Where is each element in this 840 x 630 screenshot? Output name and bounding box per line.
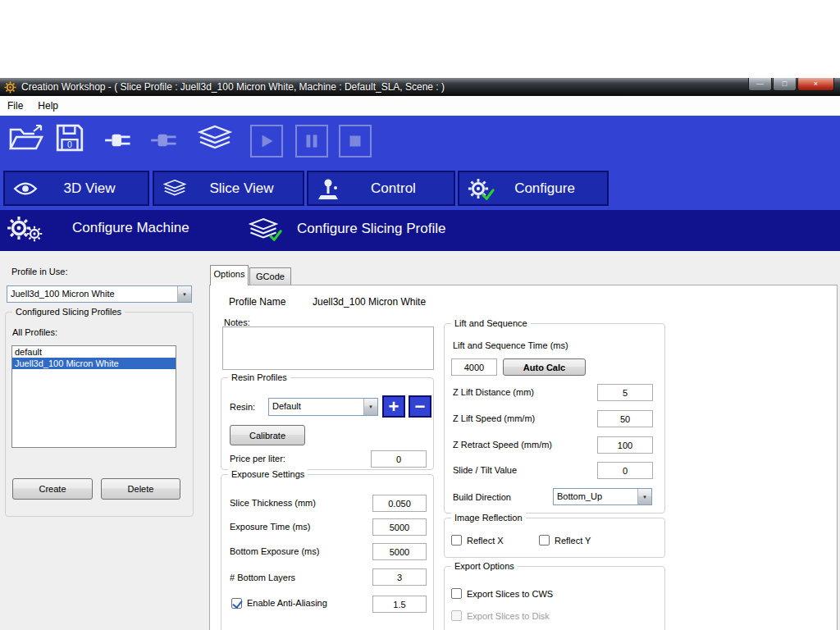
menu-help[interactable]: Help (30, 98, 66, 114)
create-button[interactable]: Create (12, 478, 93, 500)
stop-button[interactable] (339, 125, 372, 158)
z-retract-speed-input[interactable] (597, 436, 653, 454)
resin-dropdown[interactable]: Default ▼ (268, 398, 378, 416)
subtab-label: Configure Slicing Profile (297, 221, 445, 237)
export-cws-checkbox[interactable] (451, 588, 462, 599)
z-lift-distance-input[interactable] (597, 384, 653, 401)
group-title: Export Options (451, 560, 518, 572)
exposure-settings-group: Exposure Settings Slice Thickness (mm) E… (221, 474, 434, 630)
tab-3d-view[interactable]: 3D View (3, 171, 149, 206)
tab-label: Configure (489, 180, 607, 197)
subtab-configure-machine[interactable]: Configure Machine (7, 214, 189, 242)
list-item[interactable]: default (12, 346, 176, 358)
reflect-x-checkbox[interactable] (451, 535, 462, 546)
disconnect-button[interactable] (149, 130, 184, 151)
layers-icon (162, 178, 187, 199)
slide-tilt-input[interactable] (597, 462, 653, 479)
antialias-checkbox[interactable] (231, 598, 242, 609)
open-model-button[interactable] (8, 122, 44, 153)
pause-button[interactable] (295, 125, 328, 158)
lift-time-input[interactable] (451, 358, 497, 376)
profile-in-use-dropdown[interactable]: Juell3d_100 Micron White ▼ (7, 285, 192, 303)
build-direction-label: Build Direction (453, 492, 511, 502)
plug-connect-icon (103, 130, 138, 151)
slide-tilt-label: Slide / Tilt Value (453, 465, 517, 475)
reflect-y-checkbox[interactable] (539, 535, 550, 546)
image-reflection-group: Image Reflection Reflect X Reflect Y (444, 518, 665, 558)
main-nav: 3D View Slice View Control Configure (0, 167, 840, 210)
minimize-button[interactable]: — (748, 78, 772, 91)
tab-slice-view[interactable]: Slice View (153, 171, 304, 206)
configure-subnav: Configure Machine Configure Slicing Prof… (0, 210, 840, 251)
add-resin-button[interactable]: + (382, 395, 405, 418)
lift-sequence-group: Lift and Sequence Lift and Sequence Time… (444, 323, 665, 514)
slice-thickness-input[interactable] (372, 495, 427, 512)
content-area: Profile in Use: Juell3d_100 Micron White… (0, 251, 840, 630)
build-direction-dropdown[interactable]: Bottom_Up ▼ (553, 488, 652, 505)
delete-button[interactable]: Delete (101, 478, 180, 500)
group-title: Image Reflection (451, 512, 526, 523)
chevron-down-icon[interactable]: ▼ (177, 286, 191, 302)
profiles-listbox[interactable]: default Juell3d_100 Micron White (11, 345, 176, 448)
joystick-icon (317, 177, 340, 200)
menubar: File Help (0, 96, 840, 116)
z-lift-speed-input[interactable] (597, 410, 653, 427)
tab-options[interactable]: Options (210, 265, 249, 285)
resin-label: Resin: (230, 402, 255, 412)
list-item-selected[interactable]: Juell3d_100 Micron White (12, 358, 176, 369)
auto-calc-button[interactable]: Auto Calc (503, 358, 586, 376)
tab-label: Slice View (187, 180, 303, 197)
z-lift-speed-label: Z Lift Speed (mm/m) (453, 413, 535, 423)
lift-time-label: Lift and Sequence Time (ms) (453, 340, 568, 350)
maximize-icon: □ (783, 80, 787, 88)
save-button[interactable] (54, 122, 85, 153)
group-title: Resin Profiles (228, 372, 290, 383)
slice-layers-icon (197, 124, 233, 153)
maximize-button[interactable]: □ (773, 78, 797, 91)
notes-textarea[interactable] (222, 326, 434, 370)
z-lift-distance-label: Z Lift Distance (mm) (453, 387, 534, 397)
exposure-time-label: Exposure Time (ms) (230, 522, 310, 532)
price-per-liter-input[interactable] (371, 450, 427, 468)
stop-icon (345, 130, 366, 152)
save-floppy-icon (54, 122, 85, 153)
gear-icon (468, 178, 489, 199)
export-options-group: Export Options Export Slices to CWS Expo… (444, 566, 665, 630)
menu-file[interactable]: File (0, 98, 30, 114)
options-tab-page: Profile Name Juell3d_100 Micron White No… (209, 285, 838, 630)
tab-label: Control (340, 180, 454, 197)
green-check-icon (482, 189, 495, 203)
reflect-x-label: Reflect X (467, 536, 504, 546)
all-profiles-label: All Profiles: (12, 327, 57, 337)
calibrate-button[interactable]: Calibrate (230, 425, 305, 445)
profile-in-use-label: Profile in Use: (11, 267, 67, 276)
bottom-layers-input[interactable] (372, 568, 427, 586)
play-button[interactable] (250, 125, 283, 158)
remove-resin-button[interactable]: − (409, 395, 431, 418)
bottom-exposure-label: Bottom Exposure (ms) (230, 546, 319, 556)
chevron-down-icon[interactable]: ▼ (637, 489, 651, 504)
exposure-time-input[interactable] (372, 518, 427, 536)
tab-gcode[interactable]: GCode (249, 267, 291, 285)
tab-label: 3D View (38, 180, 148, 197)
tab-control[interactable]: Control (307, 171, 455, 206)
build-direction-value: Bottom_Up (554, 489, 637, 504)
resin-profiles-group: Resin Profiles Resin: Default ▼ + − Cali… (221, 377, 434, 470)
connect-button[interactable] (103, 130, 138, 151)
slice-thickness-label: Slice Thickness (mm) (230, 498, 316, 508)
toolbar (0, 116, 840, 167)
chevron-down-icon[interactable]: ▼ (363, 399, 377, 415)
group-title: Lift and Sequence (451, 317, 531, 329)
export-disk-checkbox (451, 610, 462, 621)
close-button[interactable]: × (797, 78, 834, 91)
eye-icon (13, 180, 38, 197)
pause-icon (301, 130, 322, 152)
minimize-icon: — (756, 80, 764, 88)
configured-profiles-group: Configured Slicing Profiles All Profiles… (5, 312, 194, 517)
antialias-input[interactable] (372, 596, 427, 613)
subtab-configure-slicing-profile[interactable]: Configure Slicing Profile (248, 214, 445, 243)
tab-configure[interactable]: Configure (458, 171, 609, 206)
play-icon (256, 130, 277, 152)
bottom-exposure-input[interactable] (372, 543, 427, 560)
slice-button[interactable] (197, 124, 233, 153)
